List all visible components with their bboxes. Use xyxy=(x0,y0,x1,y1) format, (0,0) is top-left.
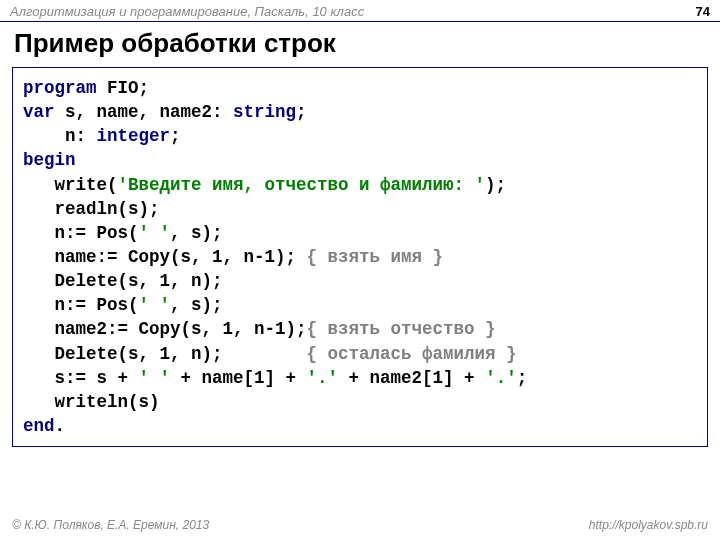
code-text: + name[1] + xyxy=(170,368,307,388)
keyword-integer: integer xyxy=(97,126,171,146)
code-text: FIO; xyxy=(97,78,150,98)
code-text: n:= Pos( xyxy=(23,223,139,243)
code-text: + name2[1] + xyxy=(338,368,485,388)
keyword-string: string xyxy=(233,102,296,122)
code-text: , s); xyxy=(170,223,223,243)
code-text: Delete(s, 1, n); xyxy=(23,344,307,364)
slide-title: Пример обработки строк xyxy=(0,22,720,67)
code-text: , s); xyxy=(170,295,223,315)
string-literal: '.' xyxy=(485,368,517,388)
code-listing: program FIO; var s, name, name2: string;… xyxy=(12,67,708,447)
code-text: name:= Copy(s, 1, n-1); xyxy=(23,247,307,267)
code-text: s:= s + xyxy=(23,368,139,388)
string-literal: '.' xyxy=(307,368,339,388)
code-text: write( xyxy=(23,175,118,195)
slide-header: Алгоритмизация и программирование, Паска… xyxy=(0,0,720,22)
code-text: . xyxy=(55,416,66,436)
slide-footer: © К.Ю. Поляков, Е.А. Еремин, 2013 http:/… xyxy=(0,518,720,532)
code-text: n:= Pos( xyxy=(23,295,139,315)
code-text: ; xyxy=(296,102,307,122)
course-title: Алгоритмизация и программирование, Паска… xyxy=(10,4,364,19)
code-text: Delete(s, 1, n); xyxy=(23,271,223,291)
comment: { взять отчество } xyxy=(307,319,496,339)
code-text: n: xyxy=(23,126,97,146)
string-literal: ' ' xyxy=(139,368,171,388)
comment: { осталась фамилия } xyxy=(307,344,517,364)
code-text: writeln(s) xyxy=(23,392,160,412)
comment: { взять имя } xyxy=(307,247,444,267)
code-text: readln(s); xyxy=(23,199,160,219)
code-text: ); xyxy=(485,175,506,195)
footer-url: http://kpolyakov.spb.ru xyxy=(589,518,708,532)
string-literal: ' ' xyxy=(139,295,171,315)
code-text: s, name, name2: xyxy=(55,102,234,122)
string-literal: ' ' xyxy=(139,223,171,243)
code-text: ; xyxy=(517,368,528,388)
keyword-end: end xyxy=(23,416,55,436)
code-text: name2:= Copy(s, 1, n-1); xyxy=(23,319,307,339)
copyright-text: © К.Ю. Поляков, Е.А. Еремин, 2013 xyxy=(12,518,209,532)
keyword-program: program xyxy=(23,78,97,98)
keyword-begin: begin xyxy=(23,150,76,170)
page-number: 74 xyxy=(696,4,710,19)
keyword-var: var xyxy=(23,102,55,122)
code-text: ; xyxy=(170,126,181,146)
string-literal: 'Введите имя, отчество и фамилию: ' xyxy=(118,175,486,195)
